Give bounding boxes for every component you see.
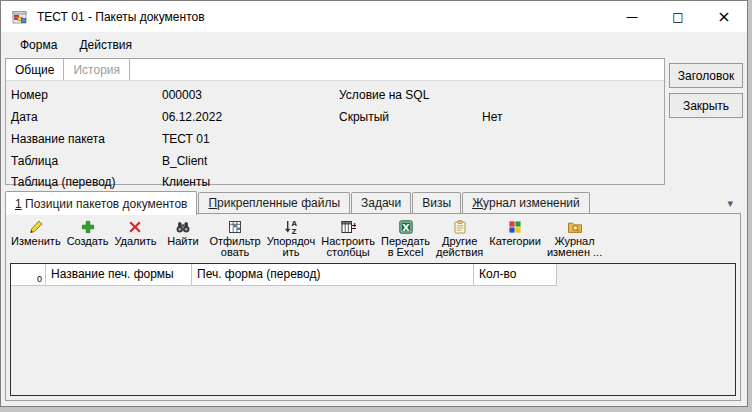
field-number-value[interactable]: 000003 <box>162 89 202 102</box>
tab-attachments-label: рикрепленные файлы <box>217 196 340 210</box>
journal-folder-icon <box>567 218 583 236</box>
tab-visas-label: Визы <box>422 196 451 210</box>
columns-label-2: столбцы <box>327 247 370 258</box>
maximize-icon: □ <box>672 10 683 24</box>
filter-table-icon <box>227 218 243 236</box>
field-sql-condition-label: Условие на SQL <box>339 89 429 102</box>
close-form-button[interactable]: Закрыть <box>669 93 743 118</box>
sort-az-icon: A Z <box>283 218 299 236</box>
excel-button[interactable]: X Передать в Excel <box>378 218 433 258</box>
row-selector-header[interactable]: 0 <box>11 264 46 286</box>
more-actions-label-2: действия <box>436 247 483 258</box>
column-header-quantity[interactable]: Кол-во <box>474 264 557 286</box>
field-date-value[interactable]: 06.12.2022 <box>162 111 222 124</box>
close-button[interactable]: × <box>701 1 747 32</box>
field-hidden-label: Скрытый <box>339 111 389 124</box>
clipboard-icon <box>452 218 468 236</box>
categories-icon <box>507 218 523 236</box>
tab-tasks[interactable]: Задачи <box>351 192 411 214</box>
filter-label-2: овать <box>221 247 249 258</box>
categories-label: Категории <box>489 236 541 247</box>
find-label: Найти <box>167 236 198 247</box>
field-package-name-label: Название пакета <box>11 133 105 146</box>
sort-label-2: ить <box>283 247 300 258</box>
grid-toolbar: Изменить Создать Удалить <box>6 214 740 261</box>
create-label: Создать <box>67 236 109 247</box>
list-tab-strip: 1 Позиции пакетов документов Прикрепленн… <box>5 191 591 214</box>
filter-button[interactable]: Отфильтр овать <box>206 218 263 258</box>
menu-bar: Форма Действия <box>1 32 747 58</box>
excel-icon: X <box>398 218 414 236</box>
title-bar: ТЕСТ 01 - Пакеты документов — □ × <box>1 1 747 32</box>
field-hidden-value[interactable]: Нет <box>482 111 502 124</box>
header-button-label: Заголовок <box>678 69 734 83</box>
detail-area: Общие История Номер 000003 Дата 06.12.20… <box>5 58 665 185</box>
minimize-icon: — <box>626 10 638 24</box>
tab-positions[interactable]: 1 Позиции пакетов документов <box>5 191 197 215</box>
minimize-button[interactable]: — <box>609 1 655 32</box>
field-table-label: Таблица <box>11 155 58 168</box>
maximize-button[interactable]: □ <box>655 1 701 32</box>
delete-label: Удалить <box>114 236 156 247</box>
menu-forma[interactable]: Форма <box>9 34 68 56</box>
tab-changelog[interactable]: Журнал изменений <box>462 192 590 214</box>
tab-positions-hotkey: 1 <box>15 197 22 211</box>
window-controls: — □ × <box>609 1 747 32</box>
column-header-print-form-translation[interactable]: Печ. форма (перевод) <box>192 264 474 286</box>
field-number-label: Номер <box>11 89 48 102</box>
tab-istoriya[interactable]: История <box>64 59 130 80</box>
close-form-button-label: Закрыть <box>683 99 729 113</box>
field-table-value[interactable]: B_Client <box>162 155 207 168</box>
positions-panel: Изменить Создать Удалить <box>5 213 741 401</box>
field-date-label: Дата <box>11 111 38 124</box>
tab-changelog-hotkey: Ж <box>472 196 483 210</box>
header-button[interactable]: Заголовок <box>669 63 743 88</box>
app-window: ТЕСТ 01 - Пакеты документов — □ × Форма … <box>0 0 748 407</box>
create-button[interactable]: Создать <box>64 218 112 247</box>
tab-changelog-label: урнал изменений <box>483 196 580 210</box>
tab-obshchie[interactable]: Общие <box>6 59 64 80</box>
svg-text:X: X <box>402 222 410 233</box>
find-button[interactable]: Найти <box>159 218 206 247</box>
changelog-button[interactable]: Журнал изменен ... <box>544 218 605 258</box>
delete-button[interactable]: Удалить <box>111 218 159 247</box>
more-actions-button[interactable]: Другие действия <box>433 218 486 258</box>
tab-attachments[interactable]: Прикрепленные файлы <box>198 192 350 214</box>
positions-grid: 0 Название печ. формы Печ. форма (перево… <box>10 263 736 396</box>
columns-button[interactable]: ± Настроить столбцы <box>318 218 378 258</box>
tab-tasks-label: Задачи <box>361 196 401 210</box>
app-icon <box>12 9 28 25</box>
delete-x-icon <box>127 218 143 236</box>
plus-icon <box>80 218 96 236</box>
close-icon: × <box>717 7 730 26</box>
detail-tab-strip: Общие История <box>6 59 664 81</box>
categories-button[interactable]: Категории <box>486 218 544 247</box>
svg-text:Z: Z <box>292 228 297 235</box>
edit-button[interactable]: Изменить <box>8 218 64 247</box>
changelog-label-2: изменен ... <box>547 247 602 258</box>
column-header-print-form-name[interactable]: Название печ. формы <box>46 264 192 286</box>
tab-overflow-arrow-icon[interactable]: ▾ <box>727 197 733 210</box>
grid-body-empty[interactable] <box>11 286 735 412</box>
sort-button[interactable]: A Z Упорядоч ить <box>264 218 319 258</box>
field-package-name-value[interactable]: ТЕСТ 01 <box>162 133 210 146</box>
tab-attachments-hotkey: П <box>208 196 217 210</box>
row-counter: 0 <box>37 275 42 284</box>
field-table-translation-value[interactable]: Клиенты <box>162 176 210 189</box>
binoculars-icon <box>175 218 191 236</box>
tab-visas[interactable]: Визы <box>412 192 461 214</box>
edit-label: Изменить <box>11 236 61 247</box>
tab-positions-label: Позиции пакетов документов <box>22 197 188 211</box>
field-table-translation-label: Таблица (перевод) <box>11 176 116 189</box>
pencil-icon <box>28 218 44 236</box>
menu-deystviya[interactable]: Действия <box>68 34 143 56</box>
columns-icon: ± <box>340 218 356 236</box>
svg-text:±: ± <box>351 221 356 231</box>
excel-label-2: в Excel <box>388 247 424 258</box>
window-title: ТЕСТ 01 - Пакеты документов <box>37 10 205 24</box>
grid-header-row: 0 Название печ. формы Печ. форма (перево… <box>11 264 735 286</box>
